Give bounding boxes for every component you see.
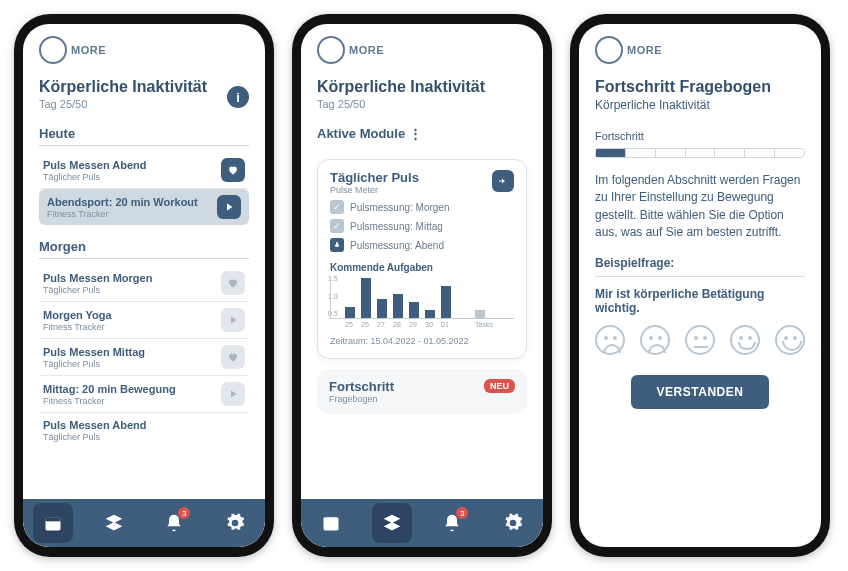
badge: 3: [178, 507, 190, 519]
date-range: Zeitraum: 15.04.2022 - 01.05.2022: [330, 336, 514, 346]
page-title: Körperliche Inaktivität: [39, 78, 207, 96]
play-icon[interactable]: [217, 195, 241, 219]
bar-chart: [330, 277, 514, 319]
bar: [425, 310, 435, 318]
check-done-icon: ✓: [330, 219, 344, 233]
likert-faces: [595, 325, 805, 355]
item-title: Abendsport: 20 min Workout: [47, 196, 198, 208]
app-logo: ⠀ MORE: [317, 36, 527, 64]
section-tomorrow: Morgen: [39, 239, 249, 259]
bar: [409, 302, 419, 318]
bar: [345, 307, 355, 318]
nav-calendar-icon[interactable]: [311, 503, 351, 543]
face-sad-icon[interactable]: [640, 325, 670, 355]
upcoming-label: Kommende Aufgaben: [330, 262, 514, 273]
arrow-right-icon[interactable]: [492, 170, 514, 192]
phone-device-1: ⠀ MORE Körperliche Inaktivität Tag 25/50…: [14, 14, 274, 557]
heart-icon[interactable]: [221, 158, 245, 182]
understood-button[interactable]: VERSTANDEN: [631, 375, 770, 409]
logo-icon: ⠀: [317, 36, 345, 64]
nav-bell-icon[interactable]: 3: [432, 503, 472, 543]
face-neutral-icon[interactable]: [685, 325, 715, 355]
svg-rect-3: [324, 517, 339, 530]
heart-icon[interactable]: [221, 345, 245, 369]
phone-device-3: ⠀ MORE Fortschritt Fragebogen Körperlich…: [570, 14, 830, 557]
example-label: Beispielfrage:: [595, 256, 805, 270]
logo-icon: ⠀: [39, 36, 67, 64]
badge: 3: [456, 507, 468, 519]
bar: [377, 299, 387, 318]
divider: [595, 276, 805, 277]
bottom-nav: 3: [301, 499, 543, 547]
nav-stack-icon[interactable]: [94, 503, 134, 543]
item-sub: Täglicher Puls: [43, 172, 147, 182]
face-very-sad-icon[interactable]: [595, 325, 625, 355]
face-very-happy-icon[interactable]: [775, 325, 805, 355]
bottom-nav: 3: [23, 499, 265, 547]
schedule-item[interactable]: Puls Messen Morgen Täglicher Puls: [39, 265, 249, 302]
nav-settings-icon[interactable]: [493, 503, 533, 543]
card-title: Täglicher Puls: [330, 170, 419, 185]
nav-settings-icon[interactable]: [215, 503, 255, 543]
module-card-next[interactable]: Fortschritt Fragebogen NEU: [317, 369, 527, 414]
logo-icon: ⠀: [595, 36, 623, 64]
day-counter: Tag 25/50: [317, 98, 527, 110]
section-today: Heute: [39, 126, 249, 146]
item-title: Puls Messen Abend: [43, 159, 147, 171]
active-modules-label[interactable]: Aktive Module ⋮: [317, 126, 527, 145]
schedule-item[interactable]: Mittag: 20 min Bewegung Fitness Tracker: [39, 376, 249, 413]
check-item: Pulsmessung: Abend: [330, 238, 514, 252]
x-axis: 25262728293001Tasks: [330, 321, 514, 328]
page-title: Körperliche Inaktivität: [317, 78, 527, 96]
play-icon[interactable]: [221, 382, 245, 406]
schedule-item[interactable]: Puls Messen Abend Täglicher Puls: [39, 152, 249, 189]
phone-device-2: ⠀ MORE Körperliche Inaktivität Tag 25/50…: [292, 14, 552, 557]
schedule-item[interactable]: Puls Messen Abend Täglicher Puls: [39, 413, 249, 448]
screen: ⠀ MORE Körperliche Inaktivität Tag 25/50…: [23, 24, 265, 547]
app-logo: ⠀ MORE: [39, 36, 249, 64]
schedule-item[interactable]: Puls Messen Mittag Täglicher Puls: [39, 339, 249, 376]
bar: [475, 310, 485, 318]
nav-calendar-icon[interactable]: [33, 503, 73, 543]
info-icon[interactable]: i: [227, 86, 249, 108]
progress-bar: [595, 148, 805, 158]
nav-stack-icon[interactable]: [372, 503, 412, 543]
check-item: ✓ Pulsmessung: Mittag: [330, 219, 514, 233]
heart-icon[interactable]: [221, 271, 245, 295]
schedule-item[interactable]: Morgen Yoga Fitness Tracker: [39, 302, 249, 339]
question-text: Mir ist körperliche Betätigung wichtig.: [595, 287, 805, 315]
check-item: ✓ Pulsmessung: Morgen: [330, 200, 514, 214]
progress-label: Fortschritt: [595, 130, 805, 142]
intro-text: Im folgenden Abschnitt werden Fragen zu …: [595, 172, 805, 242]
play-icon[interactable]: [221, 308, 245, 332]
logo-text: MORE: [71, 44, 106, 56]
svg-rect-1: [46, 517, 61, 521]
bar: [393, 294, 403, 318]
page-title: Fortschritt Fragebogen: [595, 78, 805, 96]
face-happy-icon[interactable]: [730, 325, 760, 355]
bar: [361, 278, 371, 318]
item-sub: Fitness Tracker: [47, 209, 198, 219]
card-sub: Pulse Meter: [330, 185, 419, 195]
module-card: Täglicher Puls Pulse Meter ✓ Pulsmessung…: [317, 159, 527, 359]
page-subtitle: Körperliche Inaktivität: [595, 98, 805, 112]
mic-icon: [330, 238, 344, 252]
new-badge: NEU: [484, 379, 515, 393]
nav-bell-icon[interactable]: 3: [154, 503, 194, 543]
day-counter: Tag 25/50: [39, 98, 207, 110]
schedule-item-active[interactable]: Abendsport: 20 min Workout Fitness Track…: [39, 189, 249, 225]
bar: [441, 286, 451, 318]
check-done-icon: ✓: [330, 200, 344, 214]
app-logo: ⠀ MORE: [595, 36, 805, 64]
